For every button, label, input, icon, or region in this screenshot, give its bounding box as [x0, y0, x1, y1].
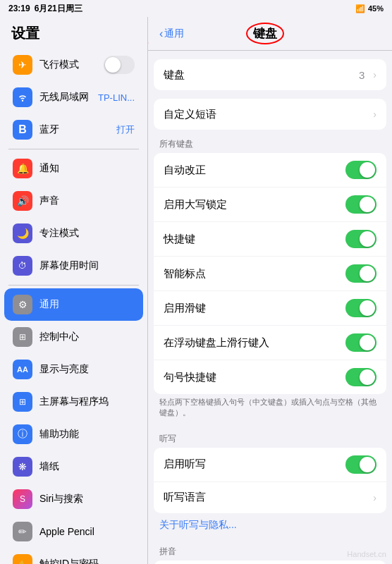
chevron-right-icon: ›	[373, 109, 376, 120]
dictation-toggle[interactable]	[345, 455, 376, 474]
sidebar-item-label: 辅助功能	[39, 428, 135, 441]
section-shortcuts: 自定义短语 ›	[148, 99, 392, 130]
sidebar: 设置 ✈ 飞行模式 无线局域网 TP-LIN... B 蓝牙 打开 🔔	[0, 17, 148, 564]
row-label: 句号快捷键	[164, 371, 340, 384]
sidebar-item-label: 通知	[39, 162, 135, 175]
status-left: 23:19 6月21日周三	[8, 3, 82, 15]
display-icon: AA	[13, 360, 32, 379]
back-button[interactable]: ‹ 通用	[159, 27, 184, 40]
sidebar-item-label: 触控ID与密码	[39, 558, 135, 564]
general-icon: ⚙	[13, 295, 32, 314]
sidebar-item-applepencil[interactable]: ✏ Apple Pencil	[4, 515, 143, 548]
accessibility-icon: ⓘ	[13, 424, 32, 444]
battery-indicator: 45%	[368, 4, 384, 13]
status-date: 6月21日周三	[35, 3, 82, 15]
main-layout: 设置 ✈ 飞行模式 无线局域网 TP-LIN... B 蓝牙 打开 🔔	[0, 17, 392, 564]
right-panel-title: 键盘	[184, 23, 345, 44]
sidebar-item-siri[interactable]: S Siri与搜索	[4, 483, 143, 515]
keyboard-title-circled: 键盘	[246, 23, 284, 44]
row-keyboards[interactable]: 键盘 3 ›	[154, 59, 386, 90]
section-header: 听写	[148, 433, 392, 448]
row-autocorrect[interactable]: 自动改正	[154, 153, 386, 188]
sidebar-title: 设置	[0, 17, 147, 49]
wifi-icon-sidebar	[13, 87, 32, 107]
row-enable-dictation[interactable]: 启用听写	[154, 448, 386, 482]
row-label: 自动改正	[164, 164, 340, 177]
sidebar-item-label: 飞行模式	[39, 59, 97, 71]
row-dictation-lang[interactable]: 听写语言 ›	[154, 482, 386, 513]
row-period-shortcut[interactable]: 句号快捷键	[154, 360, 386, 394]
sidebar-item-notifications[interactable]: 🔔 通知	[4, 152, 143, 185]
row-smart-punct[interactable]: 智能标点	[154, 257, 386, 291]
sidebar-item-touchid[interactable]: ✋ 触控ID与密码	[4, 548, 143, 564]
section-dictation: 听写 启用听写 听写语言 › 关于听写与隐私...	[148, 433, 392, 537]
wifi-icon: 📶	[355, 4, 365, 13]
sidebar-item-display[interactable]: AA 显示与亮度	[4, 353, 143, 386]
dictation-privacy-link[interactable]: 关于听写与隐私...	[148, 513, 392, 537]
sidebar-item-accessibility[interactable]: ⓘ 辅助功能	[4, 418, 143, 450]
row-label: 启用听写	[164, 458, 340, 471]
row-label: 在浮动键盘上滑行键入	[164, 336, 340, 350]
row-fuzzy-pinyin[interactable]: 模糊拼音 ›	[154, 560, 386, 564]
sidebar-item-wifi[interactable]: 无线局域网 TP-LIN...	[4, 81, 143, 114]
sidebar-item-controlcenter[interactable]: ⊞ 控制中心	[4, 321, 143, 353]
right-header: ‹ 通用 键盘	[148, 17, 392, 51]
section-body: 自动改正 启用大写锁定 快捷键 智能标点 启用滑键	[154, 153, 386, 394]
float-slide-toggle[interactable]	[345, 333, 376, 352]
sound-icon: 🔊	[13, 191, 32, 211]
screentime-icon: ⏱	[13, 256, 32, 276]
row-shortcuts[interactable]: 快捷键	[154, 222, 386, 257]
sidebar-item-label: 控制中心	[39, 331, 135, 343]
notification-icon: 🔔	[13, 159, 32, 178]
sidebar-item-general[interactable]: ⚙ 通用	[4, 288, 143, 321]
status-time: 23:19	[8, 4, 30, 13]
status-bar: 23:19 6月21日周三 📶 45%	[0, 0, 392, 17]
autocaps-toggle[interactable]	[345, 195, 376, 214]
bluetooth-icon: B	[13, 120, 32, 140]
sidebar-item-focus[interactable]: 🌙 专注模式	[4, 217, 143, 250]
homescreen-icon: ⊞	[13, 392, 32, 412]
siri-icon: S	[13, 489, 32, 509]
sidebar-item-label: 屏幕使用时间	[39, 259, 135, 272]
shortcuts-toggle[interactable]	[345, 230, 376, 248]
period-toggle[interactable]	[345, 368, 376, 386]
slide-toggle[interactable]	[345, 299, 376, 317]
status-right: 📶 45%	[355, 4, 384, 13]
sidebar-item-label: 墙纸	[39, 460, 135, 473]
sidebar-item-label: 声音	[39, 195, 135, 207]
sidebar-item-homescreen[interactable]: ⊞ 主屏幕与程序坞	[4, 386, 143, 418]
section-header: 拼音	[148, 546, 392, 560]
focus-icon: 🌙	[13, 223, 32, 243]
row-float-slide[interactable]: 在浮动键盘上滑行键入	[154, 326, 386, 360]
divider	[8, 149, 139, 149]
chevron-right-icon: ›	[373, 69, 376, 80]
section-all-keyboards: 所有键盘 自动改正 启用大写锁定 快捷键 智能标点	[148, 138, 392, 424]
row-label: 听写语言	[164, 491, 365, 504]
sidebar-item-bluetooth[interactable]: B 蓝牙 打开	[4, 114, 143, 146]
airplane-toggle[interactable]	[104, 56, 135, 74]
sidebar-item-label: 显示与亮度	[39, 363, 135, 376]
section-header: 所有键盘	[148, 138, 392, 153]
row-label: 自定义短语	[164, 108, 365, 121]
sidebar-item-label: Apple Pencil	[39, 526, 135, 537]
touchid-icon: ✋	[13, 554, 32, 564]
sidebar-item-wallpaper[interactable]: ❋ 墙纸	[4, 450, 143, 483]
sidebar-item-label: 通用	[39, 298, 135, 311]
divider	[8, 285, 139, 286]
section-body: 自定义短语 ›	[154, 99, 386, 130]
row-label: 快捷键	[164, 233, 340, 246]
smart-punct-toggle[interactable]	[345, 264, 376, 283]
sidebar-item-sounds[interactable]: 🔊 声音	[4, 185, 143, 217]
sidebar-item-label: 主屏幕与程序坞	[39, 396, 135, 408]
sidebar-item-screentime[interactable]: ⏱ 屏幕使用时间	[4, 250, 143, 282]
section-pinyin: 拼音 模糊拼音 › 方言 无 › 空格键确认 轻点空格键确认第一个候选项。	[148, 546, 392, 564]
row-slide-type[interactable]: 启用滑键	[154, 291, 386, 326]
row-autocaps[interactable]: 启用大写锁定	[154, 188, 386, 222]
row-custom-shortcuts[interactable]: 自定义短语 ›	[154, 99, 386, 130]
row-label: 启用滑键	[164, 302, 340, 315]
autocorrect-toggle[interactable]	[345, 161, 376, 179]
sidebar-item-label: 无线局域网	[39, 91, 91, 104]
right-panel: ‹ 通用 键盘 键盘 3	[148, 17, 392, 564]
sidebar-item-airplane[interactable]: ✈ 飞行模式	[4, 49, 143, 81]
row-label: 启用大写锁定	[164, 198, 340, 212]
